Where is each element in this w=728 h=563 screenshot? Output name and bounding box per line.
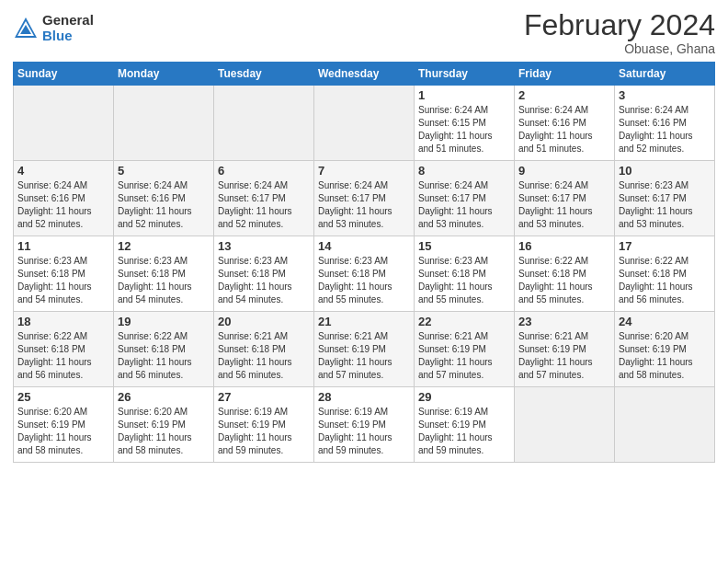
- title-area: February 2024 Obuase, Ghana: [524, 9, 715, 56]
- table-row: 26Sunrise: 6:20 AMSunset: 6:19 PMDayligh…: [114, 387, 214, 463]
- day-number: 5: [118, 164, 210, 178]
- day-number: 9: [518, 164, 610, 178]
- table-row: 23Sunrise: 6:21 AMSunset: 6:19 PMDayligh…: [515, 312, 615, 387]
- table-row: [314, 86, 415, 161]
- calendar-page: General Blue February 2024 Obuase, Ghana…: [0, 0, 728, 563]
- day-number: 27: [218, 390, 310, 404]
- day-number: 16: [518, 239, 610, 253]
- table-row: 14Sunrise: 6:23 AMSunset: 6:18 PMDayligh…: [314, 236, 415, 312]
- logo-icon: [13, 16, 39, 41]
- day-number: 6: [218, 164, 310, 178]
- table-row: [515, 387, 615, 463]
- table-row: [214, 86, 314, 161]
- day-number: 19: [118, 315, 210, 328]
- day-number: 13: [218, 239, 310, 253]
- day-info: Sunrise: 6:22 AMSunset: 6:18 PMDaylight:…: [118, 330, 210, 382]
- day-info: Sunrise: 6:23 AMSunset: 6:18 PMDaylight:…: [318, 255, 410, 306]
- day-info: Sunrise: 6:20 AMSunset: 6:19 PMDaylight:…: [17, 406, 109, 457]
- day-number: 15: [418, 239, 510, 253]
- table-row: [14, 86, 114, 161]
- table-row: 25Sunrise: 6:20 AMSunset: 6:19 PMDayligh…: [14, 387, 114, 463]
- table-row: 15Sunrise: 6:23 AMSunset: 6:18 PMDayligh…: [415, 236, 515, 312]
- day-number: 28: [318, 390, 410, 404]
- day-number: 14: [318, 239, 410, 253]
- day-number: 26: [118, 390, 210, 404]
- header: General Blue February 2024 Obuase, Ghana: [13, 9, 715, 56]
- day-info: Sunrise: 6:24 AMSunset: 6:17 PMDaylight:…: [418, 179, 510, 231]
- table-row: 12Sunrise: 6:23 AMSunset: 6:18 PMDayligh…: [114, 236, 214, 312]
- day-number: 23: [518, 315, 610, 328]
- table-row: 7Sunrise: 6:24 AMSunset: 6:17 PMDaylight…: [314, 161, 415, 236]
- table-row: 4Sunrise: 6:24 AMSunset: 6:16 PMDaylight…: [14, 161, 114, 236]
- table-row: 16Sunrise: 6:22 AMSunset: 6:18 PMDayligh…: [515, 236, 615, 312]
- table-row: 27Sunrise: 6:19 AMSunset: 6:19 PMDayligh…: [214, 387, 314, 463]
- table-row: 21Sunrise: 6:21 AMSunset: 6:19 PMDayligh…: [314, 312, 415, 387]
- day-info: Sunrise: 6:23 AMSunset: 6:18 PMDaylight:…: [218, 255, 310, 306]
- day-info: Sunrise: 6:21 AMSunset: 6:19 PMDaylight:…: [518, 330, 610, 382]
- day-number: 7: [318, 164, 410, 178]
- table-row: 3Sunrise: 6:24 AMSunset: 6:16 PMDaylight…: [615, 86, 715, 161]
- table-row: 22Sunrise: 6:21 AMSunset: 6:19 PMDayligh…: [415, 312, 515, 387]
- header-thursday: Thursday: [415, 63, 515, 86]
- day-info: Sunrise: 6:23 AMSunset: 6:18 PMDaylight:…: [118, 255, 210, 306]
- day-number: 18: [17, 315, 109, 328]
- day-info: Sunrise: 6:24 AMSunset: 6:16 PMDaylight:…: [118, 179, 210, 231]
- day-info: Sunrise: 6:22 AMSunset: 6:18 PMDaylight:…: [17, 330, 109, 382]
- logo-blue: Blue: [42, 29, 94, 44]
- day-info: Sunrise: 6:24 AMSunset: 6:16 PMDaylight:…: [518, 104, 610, 155]
- day-info: Sunrise: 6:19 AMSunset: 6:19 PMDaylight:…: [218, 406, 310, 457]
- day-number: 11: [17, 239, 109, 253]
- day-number: 4: [17, 164, 109, 178]
- day-info: Sunrise: 6:23 AMSunset: 6:18 PMDaylight:…: [17, 255, 109, 306]
- table-row: 13Sunrise: 6:23 AMSunset: 6:18 PMDayligh…: [214, 236, 314, 312]
- day-number: 8: [418, 164, 510, 178]
- day-info: Sunrise: 6:21 AMSunset: 6:18 PMDaylight:…: [218, 330, 310, 382]
- calendar-week-row: 4Sunrise: 6:24 AMSunset: 6:16 PMDaylight…: [14, 161, 715, 236]
- day-info: Sunrise: 6:23 AMSunset: 6:18 PMDaylight:…: [418, 255, 510, 306]
- day-number: 3: [619, 88, 711, 102]
- logo-general: General: [42, 13, 94, 29]
- table-row: 8Sunrise: 6:24 AMSunset: 6:17 PMDaylight…: [415, 161, 515, 236]
- header-saturday: Saturday: [615, 63, 715, 86]
- day-info: Sunrise: 6:20 AMSunset: 6:19 PMDaylight:…: [619, 330, 711, 382]
- month-title: February 2024: [524, 9, 715, 41]
- table-row: 19Sunrise: 6:22 AMSunset: 6:18 PMDayligh…: [114, 312, 214, 387]
- day-number: 12: [118, 239, 210, 253]
- day-info: Sunrise: 6:20 AMSunset: 6:19 PMDaylight:…: [118, 406, 210, 457]
- table-row: 20Sunrise: 6:21 AMSunset: 6:18 PMDayligh…: [214, 312, 314, 387]
- table-row: 10Sunrise: 6:23 AMSunset: 6:17 PMDayligh…: [615, 161, 715, 236]
- header-friday: Friday: [515, 63, 615, 86]
- day-number: 22: [418, 315, 510, 328]
- header-wednesday: Wednesday: [314, 63, 415, 86]
- table-row: 24Sunrise: 6:20 AMSunset: 6:19 PMDayligh…: [615, 312, 715, 387]
- table-row: 6Sunrise: 6:24 AMSunset: 6:17 PMDaylight…: [214, 161, 314, 236]
- table-row: 17Sunrise: 6:22 AMSunset: 6:18 PMDayligh…: [615, 236, 715, 312]
- day-info: Sunrise: 6:19 AMSunset: 6:19 PMDaylight:…: [318, 406, 410, 457]
- logo-text: General Blue: [42, 13, 94, 43]
- calendar-table: Sunday Monday Tuesday Wednesday Thursday…: [13, 62, 715, 463]
- day-info: Sunrise: 6:24 AMSunset: 6:17 PMDaylight:…: [518, 179, 610, 231]
- table-row: 11Sunrise: 6:23 AMSunset: 6:18 PMDayligh…: [14, 236, 114, 312]
- header-monday: Monday: [114, 63, 214, 86]
- day-info: Sunrise: 6:22 AMSunset: 6:18 PMDaylight:…: [619, 255, 711, 306]
- day-info: Sunrise: 6:24 AMSunset: 6:16 PMDaylight:…: [17, 179, 109, 231]
- table-row: [615, 387, 715, 463]
- day-info: Sunrise: 6:24 AMSunset: 6:16 PMDaylight:…: [619, 104, 711, 155]
- day-info: Sunrise: 6:24 AMSunset: 6:17 PMDaylight:…: [318, 179, 410, 231]
- table-row: 29Sunrise: 6:19 AMSunset: 6:19 PMDayligh…: [415, 387, 515, 463]
- day-number: 10: [619, 164, 711, 178]
- day-info: Sunrise: 6:19 AMSunset: 6:19 PMDaylight:…: [418, 406, 510, 457]
- day-info: Sunrise: 6:23 AMSunset: 6:17 PMDaylight:…: [619, 179, 711, 231]
- day-info: Sunrise: 6:22 AMSunset: 6:18 PMDaylight:…: [518, 255, 610, 306]
- table-row: 1Sunrise: 6:24 AMSunset: 6:15 PMDaylight…: [415, 86, 515, 161]
- table-row: 28Sunrise: 6:19 AMSunset: 6:19 PMDayligh…: [314, 387, 415, 463]
- table-row: 2Sunrise: 6:24 AMSunset: 6:16 PMDaylight…: [515, 86, 615, 161]
- day-number: 1: [418, 88, 510, 102]
- logo: General Blue: [13, 13, 94, 43]
- calendar-week-row: 18Sunrise: 6:22 AMSunset: 6:18 PMDayligh…: [14, 312, 715, 387]
- day-number: 24: [619, 315, 711, 328]
- day-number: 17: [619, 239, 711, 253]
- day-number: 2: [518, 88, 610, 102]
- day-number: 20: [218, 315, 310, 328]
- day-number: 21: [318, 315, 410, 328]
